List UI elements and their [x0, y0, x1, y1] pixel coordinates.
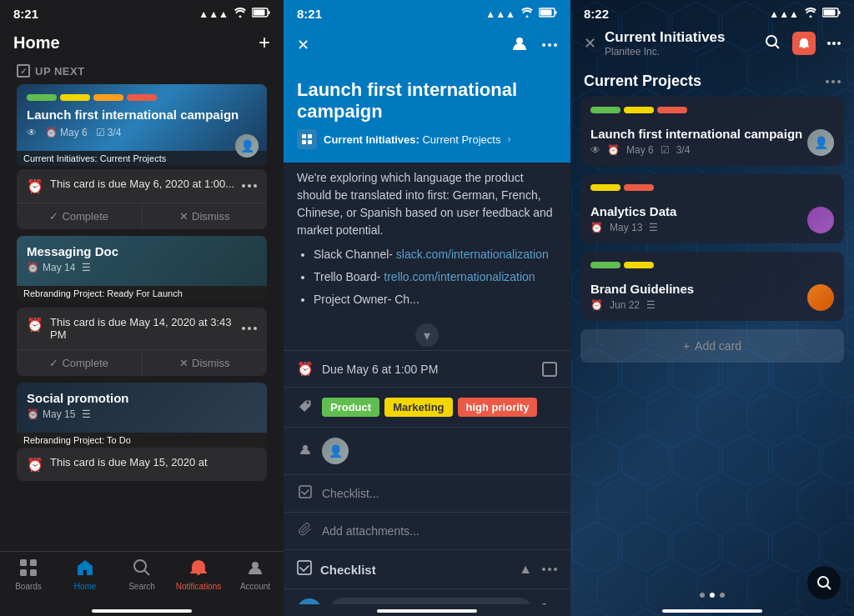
- card-battery-icon: [539, 8, 557, 20]
- notifications-nav-icon: [189, 558, 208, 579]
- product-label[interactable]: Product: [322, 398, 379, 417]
- attachments-placeholder-text: Add attachments...: [322, 524, 419, 538]
- checkmark-icon-2: ✓: [49, 357, 58, 369]
- project-card-content-2: Analytics Data ⏰ May 13 ☰: [580, 174, 844, 243]
- due-card-more[interactable]: [242, 184, 257, 188]
- account-nav-icon: [246, 558, 264, 579]
- slack-link[interactable]: slack.com/internationalization: [396, 248, 549, 261]
- due-card-left: ⏰ This card is due May 6, 2020 at 1:00..…: [27, 178, 234, 194]
- svg-rect-26: [839, 11, 841, 14]
- nav-notifications[interactable]: Notifications: [170, 558, 227, 591]
- card-detail-scroll[interactable]: We're exploring which language the produ…: [284, 163, 570, 604]
- due-card-content-2: ⏰ This card is due May 14, 2020 at 3:43 …: [17, 308, 267, 349]
- due-card-1: ⏰ This card is due May 6, 2020 at 1:00..…: [17, 169, 267, 229]
- complete-button-1[interactable]: ✓ Complete: [17, 203, 143, 229]
- projects-list-more-button[interactable]: [826, 80, 841, 83]
- assignee-section-icon: [297, 443, 314, 459]
- labels-section: Product Marketing high priority: [284, 387, 570, 427]
- attachment-section-icon: [297, 523, 314, 539]
- marketing-label[interactable]: Marketing: [384, 398, 452, 417]
- nav-boards[interactable]: Boards: [0, 558, 57, 591]
- dot-3: [720, 593, 725, 598]
- campaign-card[interactable]: Launch first international campaign 👁 ⏰ …: [17, 84, 267, 166]
- proj3-label-yellow: [624, 262, 654, 268]
- proj1-checklist-icon: ☑: [661, 144, 670, 156]
- card-wifi-icon: [520, 8, 534, 20]
- add-card-button[interactable]: + Add card: [580, 329, 844, 363]
- avatar-face: 👤: [235, 134, 259, 158]
- svg-rect-14: [302, 134, 306, 138]
- complete-button-2[interactable]: ✓ Complete: [17, 350, 143, 376]
- checklist-icon-small: ☑: [96, 127, 105, 138]
- social-card-title: Social promotion: [27, 391, 257, 405]
- dismiss-button-2[interactable]: ✕ Dismiss: [143, 350, 268, 376]
- home-indicator: [92, 609, 192, 613]
- clock-icon-social: ⏰: [27, 408, 39, 420]
- proj1-date: May 6: [626, 144, 654, 156]
- checklist-collapse-icon[interactable]: ▲: [519, 562, 532, 577]
- project-card-1[interactable]: Launch first international campaign 👁 ⏰ …: [580, 97, 844, 166]
- home-status-icons: ▲▲▲: [198, 8, 270, 20]
- home-time: 8:21: [13, 7, 38, 21]
- due-section-icon: ⏰: [297, 361, 314, 377]
- projects-panel: 8:22 ▲▲▲: [570, 0, 854, 616]
- project-card-3[interactable]: Brand Guidelines ⏰ Jun 22 ☰: [580, 252, 844, 321]
- project-3-right: Brand Guidelines ⏰ Jun 22 ☰: [590, 275, 834, 311]
- add-card-label: Add card: [695, 339, 741, 353]
- card-person-button[interactable]: [510, 34, 529, 56]
- comment-attach-icon[interactable]: 📎: [540, 603, 557, 604]
- due-card-text-1: This card is due May 6, 2020 at 1:00...: [50, 178, 234, 190]
- projects-close-button[interactable]: ✕: [584, 34, 596, 53]
- assignee-avatar[interactable]: 👤: [322, 438, 349, 464]
- card-signal-icon: ▲▲▲: [485, 8, 515, 20]
- messaging-card-title: Messaging Doc: [27, 244, 257, 258]
- projects-list-scroll[interactable]: Current Projects: [570, 66, 854, 586]
- scroll-down-button[interactable]: ▾: [415, 323, 439, 347]
- social-card[interactable]: Social promotion ⏰ May 15 ☰ Rebranding P…: [17, 383, 267, 448]
- dismiss-button-1[interactable]: ✕ Dismiss: [143, 203, 268, 229]
- due-checkbox[interactable]: [542, 362, 557, 377]
- scroll-down-indicator: ▾: [284, 320, 570, 350]
- due-card-text-2: This card is due May 14, 2020 at 3:43 PM: [50, 316, 242, 341]
- card-detail-header: ✕: [284, 24, 570, 66]
- card-meta: 👁 ⏰ May 6 ☑ 3/4: [27, 127, 257, 138]
- card-close-button[interactable]: ✕: [297, 36, 309, 54]
- messaging-card[interactable]: Messaging Doc ⏰ May 14 ☰ Rebranding Proj…: [17, 236, 267, 301]
- campaign-project-label: Current Initiatives: Current Projects: [17, 151, 267, 166]
- card-description: We're exploring which language the produ…: [284, 163, 570, 320]
- trello-link[interactable]: trello.com/internationalization: [384, 270, 535, 283]
- due-date-section: ⏰ Due May 6 at 1:00 PM: [284, 350, 570, 387]
- attachments-row[interactable]: Add attachments...: [284, 512, 570, 549]
- due-clock-icon: ⏰: [27, 178, 43, 194]
- proj-signal-icon: ▲▲▲: [769, 8, 799, 20]
- project-card-2[interactable]: Analytics Data ⏰ May 13 ☰: [580, 174, 844, 243]
- clock-icon-small: ⏰: [45, 127, 58, 138]
- projects-search-fab[interactable]: [807, 566, 841, 599]
- due-card-more-2[interactable]: [242, 327, 257, 330]
- projects-more-header-button[interactable]: [827, 42, 841, 45]
- card-more-button[interactable]: [542, 43, 557, 47]
- check-icon: ✓: [17, 64, 30, 78]
- nav-search[interactable]: Search: [113, 558, 170, 591]
- checklist-placeholder-row[interactable]: Checklist...: [284, 474, 570, 512]
- comment-input[interactable]: Comment...: [330, 598, 532, 604]
- projects-search-button[interactable]: [764, 33, 781, 53]
- high-priority-label[interactable]: high priority: [458, 398, 538, 417]
- projects-notify-button[interactable]: [792, 32, 816, 55]
- proj1-label-green: [590, 107, 620, 113]
- project-card-content-3: Brand Guidelines ⏰ Jun 22 ☰: [580, 252, 844, 321]
- label-orange: [93, 94, 123, 101]
- due-card-left-2: ⏰ This card is due May 14, 2020 at 3:43 …: [27, 316, 242, 341]
- due-clock-icon-3: ⏰: [27, 457, 43, 473]
- campaign-card-bg: Launch first international campaign 👁 ⏰ …: [17, 84, 267, 151]
- home-scroll-area[interactable]: ✓ UP NEXT Launch first international cam…: [0, 64, 284, 551]
- nav-home[interactable]: Home: [57, 558, 113, 591]
- social-project-label: Rebranding Project: To Do: [17, 433, 267, 448]
- project-1-right: Launch first international campaign 👁 ⏰ …: [590, 120, 834, 156]
- nav-account[interactable]: Account: [227, 558, 284, 591]
- proj3-menu-icon: ☰: [646, 299, 656, 311]
- checklist-more-button[interactable]: [542, 568, 557, 571]
- svg-rect-3: [20, 559, 27, 566]
- card-board-link[interactable]: Current Initiatives: Current Projects ›: [284, 129, 570, 163]
- home-add-button[interactable]: +: [259, 31, 270, 54]
